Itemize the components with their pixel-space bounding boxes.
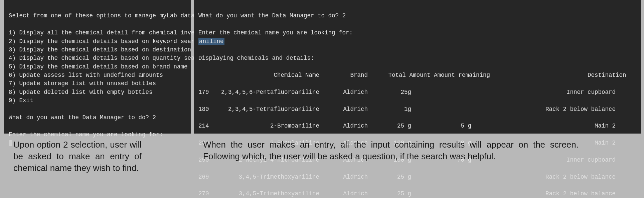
cell-destination: Inner cupboard xyxy=(471,88,616,96)
cell-remaining: 5 g xyxy=(411,122,471,130)
cell-id: 269 xyxy=(198,173,212,181)
terminal-left: Select from one of these options to mana… xyxy=(4,0,191,134)
menu-option: 1) Display all the chemical detail from … xyxy=(9,29,212,36)
menu-option: 8) Update deleted list with empty bottle… xyxy=(9,89,153,95)
menu-option: 7) Update storage list with unused bottl… xyxy=(9,80,156,87)
menu-header: Select from one of these options to mana… xyxy=(9,12,202,19)
table-row: 2703,4,5-TrimethoxyanilineAldrich25 gRac… xyxy=(198,190,637,198)
cell-total: 25 g xyxy=(368,173,411,181)
cell-name: 3,4,5-Trimethoxyaniline xyxy=(212,190,319,198)
cell-total: 25 g xyxy=(368,122,411,130)
cell-name: 2,3,4,5,6-Pentafluoroaniline xyxy=(212,88,319,96)
col-header-name: Chemical Name xyxy=(198,71,319,79)
table-row: 1792,3,4,5,6-PentafluoroanilineAldrich25… xyxy=(198,88,637,96)
menu-option: 9) Exit xyxy=(9,97,33,104)
col-header-destination: Destination xyxy=(482,71,626,79)
col-header-total-remain: Total Amount Amount remaining xyxy=(378,71,482,79)
menu-option: 3) Display the chemical details based on… xyxy=(9,46,216,53)
table-row: 1802,3,4,5-TetrafluoroanilineAldrich1gRa… xyxy=(198,105,637,114)
cell-destination: Rack 2 below balance xyxy=(471,173,616,181)
menu-option: 5) Display the chemical details based on… xyxy=(9,63,188,70)
cell-name: 2,3,4,5-Tetrafluoroaniline xyxy=(212,105,319,114)
cell-destination: Rack 2 below balance xyxy=(471,190,616,198)
menu-option: 6) Update assess list with undefined amo… xyxy=(9,72,163,78)
cell-brand: Aldrich xyxy=(319,122,368,130)
cell-brand: Aldrich xyxy=(319,105,368,114)
table-row: 2693,4,5-TrimethoxyanilineAldrich25 gRac… xyxy=(198,173,637,181)
prompt-action: What do you want the Data Manager to do?… xyxy=(9,114,156,121)
right-panel: What do you want the Data Manager to do?… xyxy=(194,0,641,198)
cell-total: 25 g xyxy=(368,190,411,198)
cell-total: 1g xyxy=(368,105,411,114)
cell-brand: Aldrich xyxy=(319,190,368,198)
caption-left: Upon option 2 selection, user will be as… xyxy=(4,134,151,174)
col-header-brand: Brand xyxy=(319,71,368,79)
menu-option: 2) Display the chemical details based on… xyxy=(9,38,202,45)
cell-id: 270 xyxy=(198,190,212,198)
cell-destination: Main 2 xyxy=(471,122,616,130)
prompt-search: Enter the chemical name you are looking … xyxy=(198,29,353,36)
cell-name: 3,4,5-Trimethoxyaniline xyxy=(212,173,319,181)
user-input[interactable]: aniline xyxy=(198,38,224,45)
table-row: 2142-BromoanilineAldrich25 g5 gMain 2 xyxy=(198,122,637,130)
cell-brand: Aldrich xyxy=(319,88,368,96)
left-panel: Select from one of these options to mana… xyxy=(4,0,191,198)
prompt-action: What do you want the Data Manager to do?… xyxy=(198,12,346,19)
cell-id: 179 xyxy=(198,88,212,96)
cell-total: 25g xyxy=(368,88,411,96)
cell-name: 2-Bromoaniline xyxy=(212,122,319,130)
result-header: Displaying chemicals and details: xyxy=(198,55,314,61)
menu-option: 4) Display the chemical details based on… xyxy=(9,55,205,61)
caption-right: When the user makes an entry, all the in… xyxy=(194,134,588,162)
cell-brand: Aldrich xyxy=(319,173,368,181)
table-header-row: Chemical NameBrand Total Amount Amount r… xyxy=(198,71,637,79)
cell-id: 214 xyxy=(198,122,212,130)
terminal-right: What do you want the Data Manager to do?… xyxy=(194,0,641,134)
cell-id: 180 xyxy=(198,105,212,114)
cell-destination: Rack 2 below balance xyxy=(471,105,616,114)
